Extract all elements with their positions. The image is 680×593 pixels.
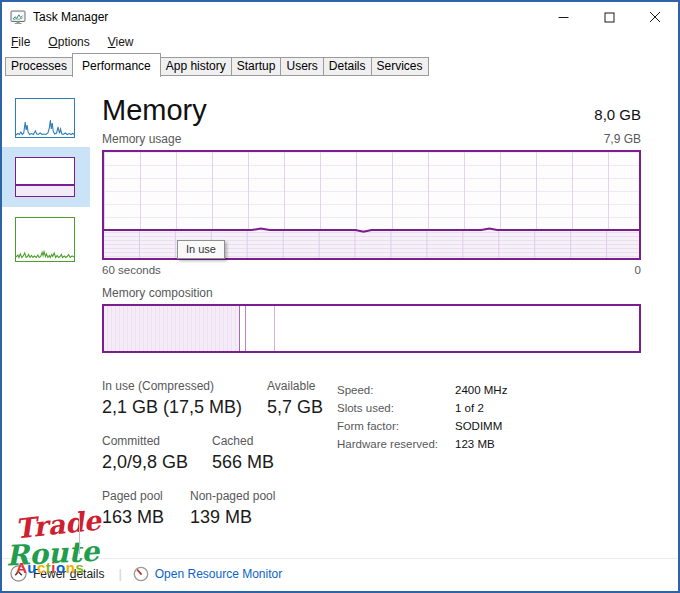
in-use-label: In use (Compressed) <box>102 379 267 393</box>
tab-services[interactable]: Services <box>371 57 429 76</box>
composition-divider-standby <box>274 306 275 351</box>
in-use-tooltip: In use <box>177 240 225 259</box>
window-controls <box>540 2 678 32</box>
composition-divider-modified <box>245 306 246 351</box>
cached-label: Cached <box>212 434 274 448</box>
hardware-info: Speed:2400 MHz Slots used:1 of 2 Form fa… <box>337 381 507 453</box>
paged-pool-value: 163 MB <box>102 507 190 528</box>
open-resource-monitor-label: Open Resource Monitor <box>155 567 282 581</box>
memory-usage-max: 7,9 GB <box>604 132 641 146</box>
disk-graph-thumbnail <box>16 218 74 261</box>
maximize-button[interactable] <box>586 2 632 32</box>
menu-bar: File Options View <box>2 32 678 52</box>
hardware-reserved-label: Hardware reserved: <box>337 435 455 453</box>
open-resource-monitor-link[interactable]: Open Resource Monitor <box>133 566 282 582</box>
memory-usage-graph[interactable]: In use <box>102 150 641 260</box>
task-manager-app-icon <box>10 9 26 25</box>
fewer-details-button[interactable]: Fewer details <box>10 565 104 582</box>
collapse-arrow-icon <box>10 565 27 582</box>
footer-separator: | <box>118 566 121 581</box>
menu-view[interactable]: View <box>99 33 143 51</box>
cpu-graph-thumbnail <box>16 99 74 137</box>
tab-users[interactable]: Users <box>280 57 323 76</box>
title-bar: Task Manager <box>2 2 678 32</box>
performance-content: Memory 8,0 GB Memory usage 7,9 GB <box>2 77 678 557</box>
form-factor-value: SODIMM <box>455 417 502 435</box>
form-factor-label: Form factor: <box>337 417 455 435</box>
maximize-icon <box>604 12 615 23</box>
tab-startup[interactable]: Startup <box>231 57 282 76</box>
tab-bar: Processes Performance App history Startu… <box>2 52 678 77</box>
memory-panel: Memory 8,0 GB Memory usage 7,9 GB <box>90 77 678 557</box>
close-icon <box>649 11 661 23</box>
task-manager-window: Task Manager File Options View Processes… <box>0 0 680 593</box>
available-value: 5,7 GB <box>267 397 323 418</box>
memory-stats: In use (Compressed) 2,1 GB (17,5 MB) Ava… <box>102 379 641 528</box>
speed-label: Speed: <box>337 381 455 399</box>
footer-bar: Fewer details | Open Resource Monitor <box>2 558 678 591</box>
memory-composition-bar[interactable] <box>102 304 641 353</box>
window-title: Task Manager <box>33 10 108 24</box>
menu-file[interactable]: File <box>2 33 39 51</box>
non-paged-pool-value: 139 MB <box>190 507 275 528</box>
memory-thumbnail-fill <box>16 184 74 196</box>
committed-label: Committed <box>102 434 212 448</box>
sidebar-item-disk[interactable] <box>15 217 75 262</box>
memory-composition-label: Memory composition <box>102 286 641 300</box>
in-use-value: 2,1 GB (17,5 MB) <box>102 397 267 418</box>
tab-details[interactable]: Details <box>323 57 372 76</box>
total-memory-value: 8,0 GB <box>594 106 641 126</box>
sidebar-item-memory[interactable] <box>15 157 75 197</box>
minimize-button[interactable] <box>540 2 586 32</box>
x-axis-left-label: 60 seconds <box>102 263 161 277</box>
resource-sidebar <box>2 77 90 557</box>
minimize-icon <box>558 12 569 23</box>
paged-pool-label: Paged pool <box>102 489 190 503</box>
x-axis-right-label: 0 <box>635 263 641 277</box>
tab-performance[interactable]: Performance <box>72 53 161 77</box>
speed-value: 2400 MHz <box>455 381 507 399</box>
resource-monitor-gauge-icon <box>133 566 149 582</box>
menu-options[interactable]: Options <box>39 33 98 51</box>
cached-value: 566 MB <box>212 452 274 473</box>
slots-used-label: Slots used: <box>337 399 455 417</box>
page-title: Memory <box>102 95 207 126</box>
composition-in-use-segment <box>104 306 240 351</box>
close-button[interactable] <box>632 2 678 32</box>
tab-app-history[interactable]: App history <box>160 57 232 76</box>
sidebar-selection-highlight <box>2 147 90 207</box>
available-label: Available <box>267 379 323 393</box>
fewer-details-label: Fewer details <box>33 567 104 581</box>
tab-processes[interactable]: Processes <box>5 57 73 76</box>
sidebar-item-cpu[interactable] <box>15 98 75 138</box>
hardware-reserved-value: 123 MB <box>455 435 495 453</box>
memory-usage-label: Memory usage <box>102 132 181 146</box>
slots-used-value: 1 of 2 <box>455 399 484 417</box>
non-paged-pool-label: Non-paged pool <box>190 489 275 503</box>
committed-value: 2,0/9,8 GB <box>102 452 212 473</box>
